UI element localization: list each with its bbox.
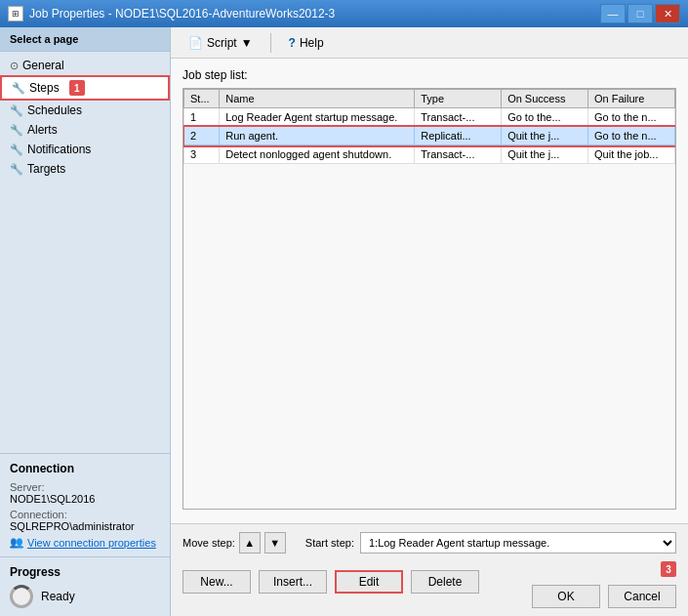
general-icon: ⊙ [10,60,19,72]
steps-icon: 🔧 [12,82,25,95]
sidebar: Select a page ⊙ General 🔧 Steps 1 🔧 Sche… [0,27,171,616]
sidebar-item-general[interactable]: ⊙ General [0,56,170,75]
sidebar-item-label-notifications: Notifications [27,143,91,156]
ok-cancel-area: 3 OK Cancel [532,561,676,608]
ok-cancel-row: OK Cancel [532,581,676,608]
progress-section: Progress Ready [0,556,170,616]
window-icon: ⊞ [8,6,23,21]
schedules-icon: 🔧 [10,104,23,117]
title-bar: ⊞ Job Properties - NODE1\SQL2016-Adventu… [0,0,688,27]
sidebar-item-label-alerts: Alerts [27,123,58,137]
sidebar-item-notifications[interactable]: 🔧 Notifications [0,140,170,159]
help-button[interactable]: ? Help [281,34,332,52]
main-container: Select a page ⊙ General 🔧 Steps 1 🔧 Sche… [0,27,688,616]
move-start-row: Move step: ▲ ▼ Start step: 1:Log Reader … [182,532,676,554]
script-button[interactable]: 📄 Script ▼ [181,34,261,52]
help-icon: ? [289,36,296,50]
content-area: 📄 Script ▼ ? Help Job step list: St... [171,27,688,616]
move-down-button[interactable]: ▼ [264,532,286,554]
sidebar-item-steps[interactable]: 🔧 Steps 1 [0,75,170,101]
progress-title: Progress [10,565,160,579]
close-button[interactable]: ✕ [655,4,680,23]
action-buttons: New... Insert... Edit Delete [182,570,479,594]
col-header-on-success: On Success [502,90,588,108]
targets-icon: 🔧 [10,163,23,176]
table-header-row: St... Name Type On Success On Failure [184,90,675,108]
content-body: Job step list: St... Name Type On Succes… [171,59,688,523]
table-row[interactable]: 3Detect nonlogged agent shutdown.Transac… [184,145,675,164]
connection-title: Connection [10,462,160,475]
server-label: Server: [10,481,160,493]
job-steps-table: St... Name Type On Success On Failure 1L… [183,89,675,164]
sidebar-item-alerts[interactable]: 🔧 Alerts [0,120,170,140]
table-row[interactable]: 2Run agent.Replicati...Quit the j...Go t… [184,127,675,145]
start-step-label: Start step: [305,537,354,549]
col-header-name: Name [220,90,415,108]
sidebar-header: Select a page [0,27,170,52]
server-value: NODE1\SQL2016 [10,493,160,505]
sidebar-item-label-targets: Targets [27,162,65,176]
progress-status-row: Ready [10,585,160,608]
script-dropdown-icon: ▼ [241,36,253,50]
toolbar-separator [270,33,271,53]
sidebar-item-targets[interactable]: 🔧 Targets [0,159,170,179]
view-connection-link[interactable]: 👥 View connection properties [10,536,160,549]
view-conn-icon: 👥 [10,536,23,549]
ok-button[interactable]: OK [532,585,600,608]
callout3-row: 3 [655,561,676,577]
col-header-step: St... [184,90,220,108]
minimize-button[interactable]: — [600,4,626,23]
sidebar-items: ⊙ General 🔧 Steps 1 🔧 Schedules 🔧 Alerts… [0,52,170,453]
bottom-controls: Move step: ▲ ▼ Start step: 1:Log Reader … [171,523,688,616]
job-step-list-label: Job step list: [182,68,676,82]
notifications-icon: 🔧 [10,144,23,156]
col-header-on-failure: On Failure [588,90,675,108]
table-row[interactable]: 1Log Reader Agent startup message.Transa… [184,108,675,127]
connection-label: Connection: [10,509,160,520]
callout-badge-3: 3 [661,561,676,577]
actions-row: New... Insert... Edit Delete 3 OK Cancel [182,561,676,608]
delete-button[interactable]: Delete [411,570,479,594]
script-icon: 📄 [188,36,203,50]
start-step-group: Start step: 1:Log Reader Agent startup m… [305,532,676,554]
connection-section: Connection Server: NODE1\SQL2016 Connect… [0,453,170,556]
move-step-group: Move step: ▲ ▼ [182,532,286,554]
title-bar-controls: — □ ✕ [600,4,680,23]
job-steps-table-wrapper[interactable]: St... Name Type On Success On Failure 1L… [182,88,676,510]
move-up-button[interactable]: ▲ [239,532,261,554]
help-label: Help [300,36,324,50]
col-header-type: Type [415,90,502,108]
toolbar: 📄 Script ▼ ? Help [171,27,688,59]
sidebar-item-schedules[interactable]: 🔧 Schedules [0,101,170,120]
insert-button[interactable]: Insert... [259,570,327,594]
maximize-button[interactable]: □ [627,4,653,23]
window-title: Job Properties - NODE1\SQL2016-Adventure… [29,7,335,21]
sidebar-item-label-general: General [22,59,64,72]
script-label: Script [207,36,237,50]
new-button[interactable]: New... [182,570,251,594]
edit-button[interactable]: Edit [335,570,403,594]
progress-spinner [10,585,33,608]
alerts-icon: 🔧 [10,124,23,137]
sidebar-item-label-steps: Steps [29,81,60,95]
sidebar-item-label-schedules: Schedules [27,103,82,117]
callout-badge-1: 1 [69,80,85,96]
cancel-button[interactable]: Cancel [608,585,676,608]
progress-status-text: Ready [41,590,75,603]
view-conn-text: View connection properties [27,537,156,549]
connection-value: SQLREPRO\administrator [10,520,160,532]
start-step-select[interactable]: 1:Log Reader Agent startup message. [360,532,676,554]
title-bar-left: ⊞ Job Properties - NODE1\SQL2016-Adventu… [8,6,335,21]
move-step-label: Move step: [182,537,235,549]
